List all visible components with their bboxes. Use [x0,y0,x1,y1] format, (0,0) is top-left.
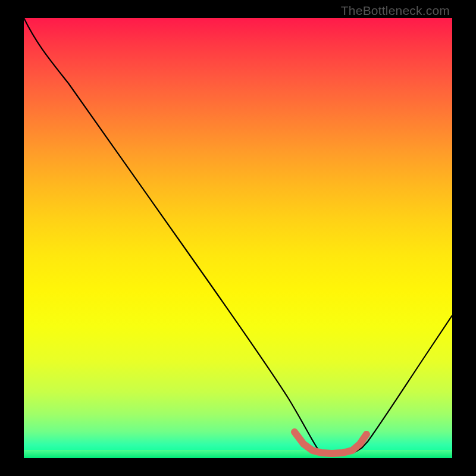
curve-svg [24,18,452,458]
bottleneck-curve-line [24,18,452,454]
watermark-text: TheBottleneck.com [341,4,450,18]
chart-container: TheBottleneck.com [0,0,476,476]
plot-area [24,18,452,458]
optimal-range-highlight [295,432,367,453]
